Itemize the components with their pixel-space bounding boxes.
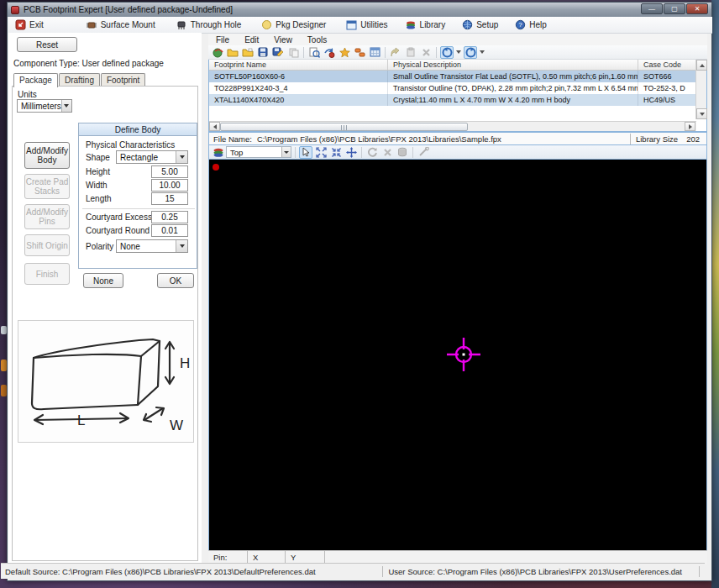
copy-icon[interactable] <box>286 46 300 59</box>
status-bar: Default Source: C:\Program Files (x86)\P… <box>1 563 705 579</box>
none-button[interactable]: None <box>83 273 123 288</box>
length-input[interactable]: 15 <box>151 192 188 205</box>
units-select[interactable]: Millimeters <box>17 99 72 113</box>
preview-icon[interactable] <box>307 46 321 59</box>
cancel-icon[interactable] <box>380 146 394 159</box>
export-icon[interactable] <box>211 46 224 59</box>
toolbar-separator <box>303 47 304 58</box>
menu-edit[interactable]: Edit <box>237 35 266 45</box>
cell-description: Crystal;11.40 mm L X 4.70 mm W X 4.20 mm… <box>388 94 638 106</box>
desktop: PCB Footprint Expert [User defined packa… <box>0 0 719 588</box>
layer-dropdown-arrow[interactable] <box>281 147 291 157</box>
define-body-group: Define Body Physical Characteristics Sha… <box>78 123 197 269</box>
import-icon[interactable] <box>323 46 336 59</box>
physical-characteristics-label: Physical Characteristics <box>86 140 175 150</box>
design-canvas[interactable] <box>208 160 707 550</box>
column-physical-description[interactable]: Physical Description <box>388 60 638 70</box>
sketch-h-label: H <box>180 355 190 371</box>
height-input[interactable]: 5.00 <box>151 165 188 178</box>
exit-button[interactable]: Exit <box>12 18 47 32</box>
minimize-button[interactable]: — <box>641 3 663 14</box>
measure-tool-icon[interactable] <box>417 146 430 159</box>
menu-file[interactable]: File <box>208 35 237 45</box>
delete-icon[interactable] <box>419 46 433 59</box>
redo-history-icon[interactable] <box>464 46 477 59</box>
undo-icon[interactable] <box>389 46 402 59</box>
pkg-designer-button[interactable]: Pkg Designer <box>258 18 329 32</box>
add-modify-body-button[interactable]: Add/Modify Body <box>24 142 70 169</box>
scrollbar-thumb[interactable] <box>220 123 468 131</box>
through-hole-button[interactable]: Through Hole <box>172 18 245 32</box>
shape-select[interactable]: Rectangle <box>116 150 188 164</box>
scroll-left-button[interactable] <box>209 122 220 131</box>
shape-dropdown-arrow[interactable] <box>176 151 187 163</box>
title-bar[interactable]: PCB Footprint Expert [User defined packa… <box>8 3 711 17</box>
thumb-grip <box>341 125 348 130</box>
help-button[interactable]: ? Help <box>512 18 550 32</box>
scroll-up-button[interactable] <box>696 60 707 71</box>
taskbar-icon[interactable] <box>1 385 7 396</box>
library-size-value: 202 <box>678 134 706 144</box>
save-as-icon[interactable] <box>271 46 285 59</box>
surface-mount-button[interactable]: Surface Mount <box>82 18 159 32</box>
components-icon[interactable] <box>353 46 366 59</box>
library-toolbar <box>208 45 707 60</box>
scroll-down-button[interactable] <box>696 108 707 119</box>
tab-package[interactable]: Package <box>13 73 58 87</box>
courtyard-round-input[interactable]: 0.01 <box>151 224 188 237</box>
desktop-wallpaper-strip <box>711 0 719 588</box>
finish-button[interactable]: Finish <box>24 263 70 285</box>
surface-mount-label: Surface Mount <box>101 20 155 29</box>
create-pad-stacks-button[interactable]: Create Pad Stacks <box>24 174 70 199</box>
viewer-window-icon[interactable] <box>368 46 381 59</box>
units-dropdown-arrow[interactable] <box>61 100 71 112</box>
taskbar-icon[interactable] <box>1 326 7 334</box>
toolbar-separator <box>361 147 362 158</box>
maximize-button[interactable]: ▢ <box>664 3 685 14</box>
surface-mount-icon <box>86 20 97 30</box>
favorites-star-icon[interactable] <box>338 46 351 59</box>
menu-tools[interactable]: Tools <box>300 35 334 45</box>
column-footprint-name[interactable]: Footprint Name <box>209 60 388 70</box>
taskbar-icon[interactable] <box>1 360 7 371</box>
table-row[interactable]: SOTFL50P160X60-6 Small Outline Transisto… <box>209 71 706 82</box>
save-icon[interactable] <box>256 46 270 59</box>
select-tool-icon[interactable] <box>299 146 312 159</box>
table-row[interactable]: TO228P991X240-3_4 Transistor Outline (TO… <box>209 82 706 94</box>
redo-dropdown-arrow[interactable] <box>479 46 485 59</box>
table-row[interactable]: XTAL1140X470X420 Crystal;11.40 mm L X 4.… <box>209 94 706 106</box>
setup-icon <box>462 19 473 30</box>
menu-view[interactable]: View <box>266 35 300 45</box>
cell-footprint-name: SOTFL50P160X60-6 <box>209 71 388 82</box>
reset-button[interactable]: Reset <box>17 37 77 52</box>
scroll-right-button[interactable] <box>685 122 695 131</box>
layer-select[interactable]: Top <box>226 146 291 158</box>
table-header: Footprint Name Physical Description Case… <box>209 60 706 71</box>
refresh-icon[interactable] <box>365 146 379 159</box>
table-horizontal-scrollbar[interactable] <box>209 121 696 131</box>
close-button[interactable]: ✕ <box>686 3 708 14</box>
courtyard-excess-input[interactable]: 0.25 <box>151 211 188 223</box>
undo-history-icon[interactable] <box>440 46 454 59</box>
shift-origin-button[interactable]: Shift Origin <box>24 234 70 256</box>
paste-icon[interactable] <box>404 46 417 59</box>
undo-dropdown-arrow[interactable] <box>455 46 462 59</box>
polarity-select[interactable]: None <box>116 239 188 253</box>
width-input[interactable]: 10.00 <box>151 179 188 192</box>
zoom-window-icon[interactable] <box>329 146 343 159</box>
zoom-extents-icon[interactable] <box>314 146 328 159</box>
utilities-button[interactable]: Utilities <box>343 18 391 32</box>
open-library-icon[interactable] <box>241 46 255 59</box>
pan-tool-icon[interactable] <box>344 146 358 159</box>
ok-button[interactable]: OK <box>157 273 194 288</box>
polarity-value: None <box>117 242 176 251</box>
add-modify-pins-button[interactable]: Add/Modify Pins <box>24 204 70 229</box>
library-button[interactable]: Library <box>401 18 449 32</box>
stack-icon[interactable] <box>396 146 409 159</box>
open-folder-icon[interactable] <box>226 46 239 59</box>
table-vertical-scrollbar[interactable] <box>695 60 706 119</box>
polarity-dropdown-arrow[interactable] <box>176 240 187 252</box>
setup-button[interactable]: Setup <box>459 18 501 32</box>
file-name-label: File Name: <box>209 134 252 144</box>
utilities-label: Utilities <box>360 20 387 29</box>
